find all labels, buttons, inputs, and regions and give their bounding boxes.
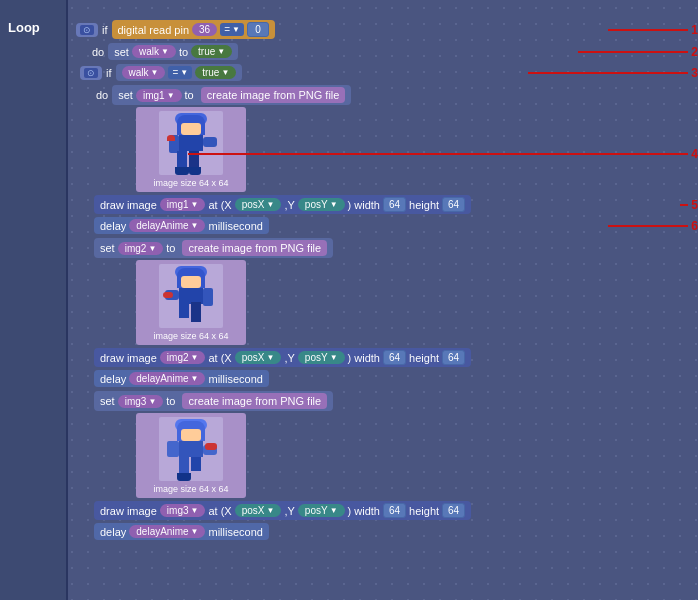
draw-image-3-block[interactable]: draw image img3 ▼ at (X posX ▼ ,Y posY ▼… [94,501,471,520]
width-val-3[interactable]: 64 [383,503,406,518]
row-1: ⊙ if digital read pin 36 = ▼ 0 1 [76,20,690,39]
annotation-1: 1 [608,23,698,37]
width-val-1[interactable]: 64 [383,197,406,212]
set-img2-block[interactable]: set img2 ▼ to create image from PNG file [94,238,333,258]
image-3-container: image size 64 x 64 [76,413,690,498]
image-size-label-1: image size 64 x 64 [153,178,228,188]
walk-pill-2[interactable]: walk ▼ [122,66,166,79]
pin-value-pill[interactable]: 36 [192,23,217,36]
posy-pill-1[interactable]: posY ▼ [298,198,345,211]
delay-anime-pill-3[interactable]: delayAnime ▼ [129,525,205,538]
s2-leg-r [191,302,201,322]
annotation-4: 4 [188,147,698,161]
annotation-5: 5 [680,198,698,212]
walk-var-pill[interactable]: walk ▼ [132,45,176,58]
row-6: delay delayAnime ▼ millisecond 6 [76,217,690,234]
row-7-header: set img2 ▼ to create image from PNG file [76,238,690,258]
if-label-2: if [106,67,112,79]
loop-sidebar: Loop [0,0,68,600]
image-2-frame: image size 64 x 64 [136,260,246,345]
delay-1-block[interactable]: delay delayAnime ▼ millisecond [94,217,269,234]
sprite-arm-r [203,137,217,147]
delay-anime-pill-2[interactable]: delayAnime ▼ [129,372,205,385]
s3-leg-r [191,457,201,471]
do-label-1: do [92,46,104,58]
equals-op[interactable]: = ▼ [220,23,244,36]
annotation-2: 2 [578,45,698,59]
blocks-canvas: ⊙ if digital read pin 36 = ▼ 0 1 [68,0,698,600]
annotation-3: 3 [528,66,698,80]
s2-arm-r [203,288,213,306]
image-size-label-2: image size 64 x 64 [153,331,228,341]
s3-arm-l [167,441,179,457]
img1-pill[interactable]: img1 ▼ [136,89,182,102]
if-icon-2: ⊙ [80,66,102,80]
equals-op-2[interactable]: = ▼ [168,66,192,79]
row-10-header: set img3 ▼ to create image from PNG file [76,391,690,411]
image-2-container: image size 64 x 64 [76,260,690,345]
row-11: draw image img3 ▼ at (X posX ▼ ,Y posY ▼… [76,501,690,520]
height-val-2[interactable]: 64 [442,350,465,365]
true-pill-2[interactable]: true ▼ [195,66,236,79]
height-val-1[interactable]: 64 [442,197,465,212]
digital-read-block[interactable]: digital read pin 36 = ▼ 0 [112,20,275,39]
img3-pill[interactable]: img3 ▼ [118,395,164,408]
img2-draw-pill[interactable]: img2 ▼ [160,351,206,364]
s3-cannon [205,443,217,450]
delay-3-block[interactable]: delay delayAnime ▼ millisecond [94,523,269,540]
delay-2-block[interactable]: delay delayAnime ▼ millisecond [94,370,269,387]
row-4-header: do set img1 ▼ to create image from PNG f… [76,85,690,105]
img2-pill[interactable]: img2 ▼ [118,242,164,255]
width-val-2[interactable]: 64 [383,350,406,365]
sprite-boot-l [175,167,189,175]
sprite-3 [159,417,223,481]
posy-pill-3[interactable]: posY ▼ [298,504,345,517]
posx-pill-1[interactable]: posX ▼ [235,198,282,211]
set-img3-block[interactable]: set img3 ▼ to create image from PNG file [94,391,333,411]
draw-image-2-block[interactable]: draw image img2 ▼ at (X posX ▼ ,Y posY ▼… [94,348,471,367]
s3-boot-l [177,473,191,481]
image-3-frame: image size 64 x 64 [136,413,246,498]
set-img1-block[interactable]: set img1 ▼ to create image from PNG file [112,85,351,105]
loop-label: Loop [8,20,40,35]
row-9: delay delayAnime ▼ millisecond [76,370,690,387]
if-walk-block[interactable]: walk ▼ = ▼ true ▼ [116,64,243,81]
do-label-2: do [96,89,108,101]
s2-cannon [163,292,173,298]
if-icon-1: ⊙ [76,23,98,37]
posy-pill-2[interactable]: posY ▼ [298,351,345,364]
s3-face [181,429,201,441]
s3-torso [179,441,203,457]
sprite-1 [159,111,223,175]
img3-draw-pill[interactable]: img3 ▼ [160,504,206,517]
height-val-3[interactable]: 64 [442,503,465,518]
row-5: draw image img1 ▼ at (X posX ▼ ,Y posY ▼… [76,195,690,214]
img1-draw-pill[interactable]: img1 ▼ [160,198,206,211]
sprite-2 [159,264,223,328]
sprite-cannon [167,135,175,141]
if-label-1: if [102,24,108,36]
image-size-label-3: image size 64 x 64 [153,484,228,494]
posx-pill-3[interactable]: posX ▼ [235,504,282,517]
s2-face [181,276,201,288]
create-image-3-block[interactable]: create image from PNG file [182,393,327,409]
sprite-boot-r [189,167,201,175]
row-12: delay delayAnime ▼ millisecond [76,523,690,540]
create-image-2-block[interactable]: create image from PNG file [182,240,327,256]
create-image-block[interactable]: create image from PNG file [201,87,346,103]
image-1-container: image size 64 x 64 4 [76,107,690,192]
row-3: ⊙ if walk ▼ = ▼ true ▼ 3 [76,64,690,81]
sprite-face [181,123,201,135]
set-walk-block[interactable]: set walk ▼ to true ▼ [108,43,238,60]
row-2: do set walk ▼ to true ▼ 2 [76,43,690,60]
row-8: draw image img2 ▼ at (X posX ▼ ,Y posY ▼… [76,348,690,367]
delay-anime-pill-1[interactable]: delayAnime ▼ [129,219,205,232]
s2-leg-l [179,304,189,318]
true-value-pill[interactable]: true ▼ [191,45,232,58]
draw-image-1-block[interactable]: draw image img1 ▼ at (X posX ▼ ,Y posY ▼… [94,195,471,214]
zero-value[interactable]: 0 [247,22,269,37]
annotation-6: 6 [608,219,698,233]
posx-pill-2[interactable]: posX ▼ [235,351,282,364]
